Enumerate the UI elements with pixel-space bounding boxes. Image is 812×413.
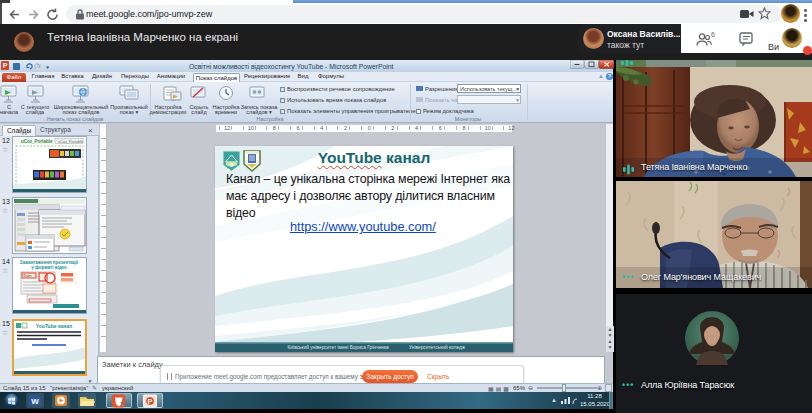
svg-text:Файл: Файл [23,274,32,278]
svg-text:у форматі відео: у форматі відео [31,264,67,270]
svg-text:P: P [147,397,152,406]
svg-text:6: 6 [711,32,715,38]
svg-text:YouTube канал: YouTube канал [36,323,72,329]
svg-text:uCoz_Portable: uCoz_Portable [58,140,83,144]
svg-text:W: W [31,397,39,406]
svg-text:uCoz_Portable: uCoz_Portable [21,139,53,144]
